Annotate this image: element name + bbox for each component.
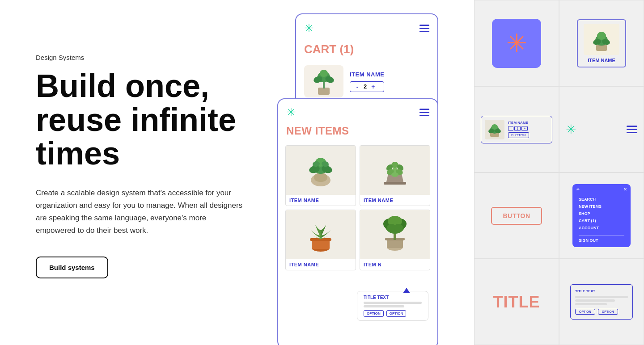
hero-section: Design Systems Build once, reuse infinit… bbox=[36, 54, 268, 278]
comp-menu-items: SEARCH NEW ITEMS SHOP CART (1) ACCOUNT bbox=[579, 196, 624, 232]
comp-title-display: TITLE bbox=[493, 293, 540, 311]
plant-card-4: ITEM N bbox=[360, 210, 430, 270]
build-button[interactable]: Build systems bbox=[36, 257, 108, 278]
plant-card-1: ITEM NAME bbox=[285, 145, 356, 206]
comp-menu-star: ✳ bbox=[576, 187, 580, 192]
comp-menu-signin: SIGN OUT bbox=[579, 235, 624, 243]
hamburger-icon-back bbox=[419, 25, 429, 32]
plant-card-label-1: ITEM NAME bbox=[286, 195, 356, 206]
svg-rect-36 bbox=[596, 45, 607, 51]
hamburger-icon-front bbox=[419, 109, 429, 116]
tooltip-option-2: OPTION bbox=[386, 310, 407, 317]
comp-card-line-2 bbox=[575, 299, 615, 302]
plant-grid: ITEM NAME bbox=[278, 143, 437, 272]
qty-controls: - 2 + bbox=[350, 81, 384, 92]
headline-line1: Build once, bbox=[36, 68, 209, 104]
cursor-arrow bbox=[403, 288, 410, 293]
comp-header-row: ✳ bbox=[566, 122, 637, 137]
phone-front: ✳ NEW ITEMS bbox=[277, 98, 438, 345]
comp-mini-qty-minus: - bbox=[508, 126, 513, 131]
svg-rect-0 bbox=[318, 88, 330, 95]
comp-cell-mini-card: ITEM NAME - 1 + BUTTON bbox=[474, 86, 559, 172]
comp-mini-info: ITEM NAME - 1 + BUTTON bbox=[508, 121, 529, 138]
asterisk-icon-back: ✳ bbox=[304, 21, 314, 35]
comp-button-outline: BUTTON bbox=[491, 207, 542, 225]
cart-plant-image bbox=[304, 65, 343, 97]
comp-cell-title: TITLE bbox=[474, 259, 559, 345]
comp-card-preview-title: TITLE TEXT bbox=[575, 289, 628, 293]
svg-rect-15 bbox=[384, 182, 406, 185]
phone-back-header: ✳ bbox=[296, 14, 437, 40]
comp-card-line-3 bbox=[575, 303, 607, 305]
comp-plant-img bbox=[584, 24, 619, 55]
plant-card-img-3 bbox=[286, 210, 356, 259]
comp-card-preview: TITLE TEXT OPTION OPTION bbox=[570, 284, 633, 320]
plant-card-label-2: ITEM NAME bbox=[360, 195, 430, 206]
asterisk-icon-front: ✳ bbox=[286, 105, 296, 119]
svg-point-46 bbox=[491, 124, 498, 130]
svg-point-41 bbox=[597, 32, 606, 40]
right-panel: ✳ ITEM NAME bbox=[474, 0, 644, 345]
headline-line3: times bbox=[36, 135, 120, 171]
comp-card-line-1 bbox=[575, 296, 628, 298]
comp-mini-qty-num: 1 bbox=[514, 126, 521, 131]
comp-asterisk-purple: ✳ bbox=[492, 19, 541, 68]
qty-plus-btn[interactable]: + bbox=[369, 83, 377, 90]
comp-mini-qty-plus: + bbox=[521, 126, 528, 131]
section-label: Design Systems bbox=[36, 54, 268, 61]
plant-card-img-4 bbox=[360, 210, 430, 259]
comp-plant-box: ITEM NAME bbox=[577, 19, 626, 67]
tooltip-line-1 bbox=[364, 302, 422, 304]
comp-mini-plant-img bbox=[485, 120, 504, 139]
qty-minus-btn[interactable]: - bbox=[354, 83, 361, 90]
comp-menu-item-new: NEW ITEMS bbox=[579, 203, 624, 210]
comp-menu-card: ✳ ✕ SEARCH NEW ITEMS SHOP CART (1) ACCOU… bbox=[572, 184, 631, 248]
svg-point-35 bbox=[394, 224, 403, 231]
cart-item-name: ITEM NAME bbox=[350, 71, 384, 78]
cart-title: CART (1) bbox=[296, 40, 437, 62]
svg-point-22 bbox=[391, 172, 398, 177]
cart-item-info: ITEM NAME - 2 + bbox=[350, 71, 384, 92]
comp-mini-btn: BUTTON bbox=[508, 132, 529, 138]
qty-number: 2 bbox=[364, 83, 367, 90]
mockup-area: ✳ CART (1) ITEM N bbox=[277, 0, 465, 345]
comp-cell-card-preview: TITLE TEXT OPTION OPTION bbox=[559, 259, 644, 345]
comp-asterisk-small: ✳ bbox=[566, 122, 576, 137]
tooltip-title: TITLE TEXT bbox=[364, 295, 422, 300]
comp-cell-asterisk: ✳ bbox=[474, 0, 559, 86]
headline: Build once, reuse infinite times bbox=[36, 69, 268, 171]
comp-cell-plant-name: ITEM NAME bbox=[559, 0, 644, 86]
comp-mini-qty-row: - 1 + bbox=[508, 126, 529, 131]
comp-card-opt-1: OPTION bbox=[575, 309, 595, 315]
new-items-title: NEW ITEMS bbox=[278, 123, 437, 143]
plant-card-3: ITEM NAME bbox=[285, 210, 356, 270]
comp-menu-item-account: ACCOUNT bbox=[579, 224, 624, 231]
tooltip-line-2 bbox=[364, 305, 404, 307]
comp-mini-card: ITEM NAME - 1 + BUTTON bbox=[481, 116, 552, 143]
cart-item-row: ITEM NAME - 2 + bbox=[296, 62, 437, 101]
comp-asterisk-symbol: ✳ bbox=[506, 31, 527, 56]
comp-cell-header-row: ✳ bbox=[559, 86, 644, 172]
comp-menu-item-shop: SHOP bbox=[579, 210, 624, 217]
comp-cell-menu: ✳ ✕ SEARCH NEW ITEMS SHOP CART (1) ACCOU… bbox=[559, 172, 644, 259]
tooltip-options: OPTION OPTION bbox=[364, 310, 422, 317]
svg-rect-7 bbox=[314, 173, 327, 182]
tooltip-option-1: OPTION bbox=[364, 310, 384, 317]
comp-menu-item-search: SEARCH bbox=[579, 196, 624, 203]
plant-card-label-3: ITEM NAME bbox=[286, 259, 356, 270]
comp-card-opt-2: OPTION bbox=[598, 309, 618, 315]
hero-description: Create a scalable design system that's a… bbox=[36, 187, 246, 237]
phone-front-header: ✳ bbox=[278, 99, 437, 123]
comp-menu-close-icon: ✕ bbox=[623, 187, 627, 192]
comp-card-options: OPTION OPTION bbox=[575, 309, 628, 315]
headline-line2: reuse infinite bbox=[36, 102, 236, 138]
plant-card-img-1 bbox=[286, 146, 356, 195]
comp-mini-name-text: ITEM NAME bbox=[508, 121, 529, 125]
plant-card-2: ITEM NAME bbox=[360, 145, 430, 206]
comp-item-name-label: ITEM NAME bbox=[588, 58, 615, 63]
plant-card-img-2 bbox=[360, 146, 430, 195]
svg-point-5 bbox=[320, 70, 328, 77]
comp-menu-item-cart: CART (1) bbox=[579, 217, 624, 224]
comp-cell-button: BUTTON bbox=[474, 172, 559, 259]
cursor-tooltip: TITLE TEXT OPTION OPTION bbox=[357, 291, 428, 321]
